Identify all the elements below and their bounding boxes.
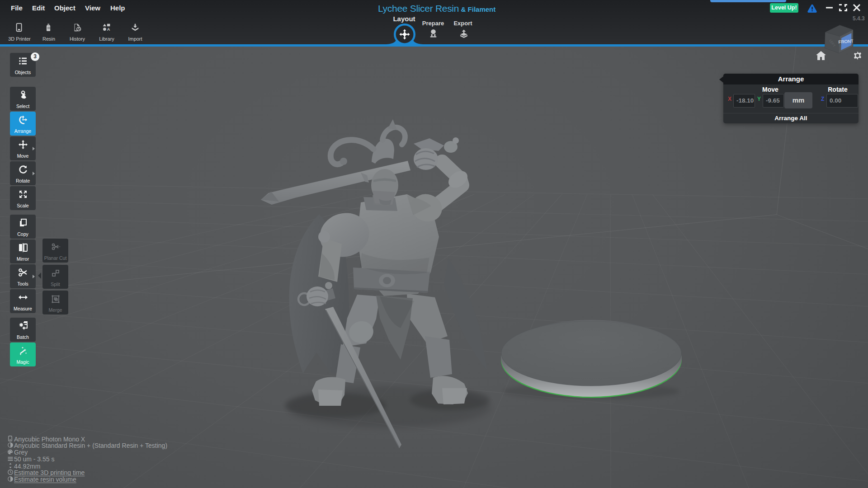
svg-text:FRONT: FRONT [838, 38, 854, 44]
